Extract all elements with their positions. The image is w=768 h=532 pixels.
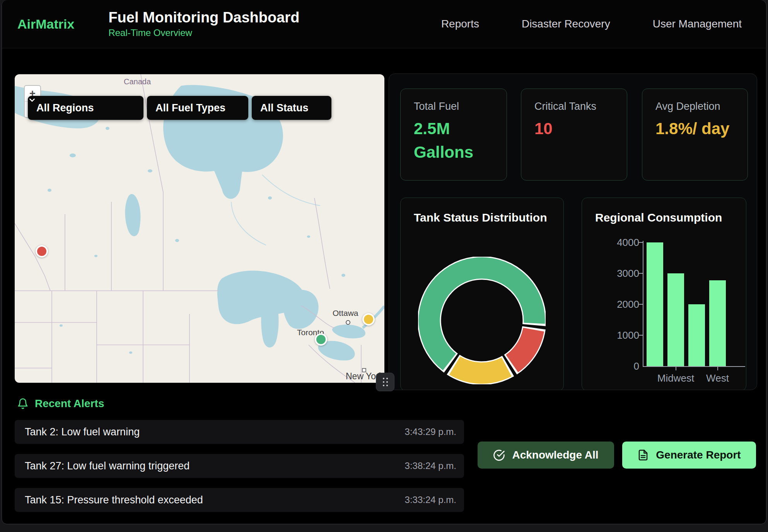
alert-time: 3:43:29 p.m. <box>405 426 456 437</box>
map-canvas[interactable]: Canada Ottawa Toronto New York + − All R… <box>15 74 384 383</box>
stat-label: Critical Tanks <box>534 101 627 113</box>
acknowledge-all-button[interactable]: Acknowledge All <box>478 442 614 469</box>
alerts-header: Recent Alerts <box>17 397 104 411</box>
map-card: Canada Ottawa Toronto New York + − All R… <box>15 74 384 383</box>
generate-report-label: Generate Report <box>656 449 741 461</box>
ottawa-poi-icon <box>346 320 350 325</box>
alert-time: 3:33:24 p.m. <box>405 494 456 505</box>
stat-value: 1.8%/ day <box>655 117 737 141</box>
check-circle-icon <box>493 449 505 461</box>
map-label-canada: Canada <box>124 77 151 86</box>
stat-label: Avg Depletion <box>655 101 748 113</box>
region-filter-value: All Regions <box>36 102 94 114</box>
alert-text: Tank 27: Low fuel warning triggered <box>25 460 189 472</box>
region-filter-select[interactable]: All Regions <box>28 96 143 120</box>
alert-row[interactable]: Tank 2: Low fuel warning 3:43:29 p.m. <box>15 420 464 444</box>
bar-chart: 01000200030004000MidwestWest <box>582 198 746 390</box>
drag-dots-icon <box>383 378 388 386</box>
generate-report-button[interactable]: Generate Report <box>622 442 756 469</box>
stat-label: Total Fuel <box>414 101 507 113</box>
app-header: AirMatrix Fuel Monitoring Dashboard Real… <box>2 0 766 48</box>
fuel-type-filter-select[interactable]: All Fuel Types <box>147 96 248 120</box>
status-filter-select[interactable]: All Status <box>252 96 331 120</box>
acknowledge-all-label: Acknowledge All <box>512 449 598 461</box>
donut-chart <box>418 257 546 384</box>
brand-logo[interactable]: AirMatrix <box>17 17 74 32</box>
main-nav: Reports Disaster Recovery User Managemen… <box>441 18 742 30</box>
stat-value: 10 <box>534 117 616 141</box>
page-title: Fuel Monitoring Dashboard <box>108 10 299 26</box>
alert-text: Tank 15: Pressure threshold exceeded <box>25 494 203 506</box>
map-filters: All Regions All Fuel Types All Status <box>28 96 331 120</box>
fuel-type-filter-value: All Fuel Types <box>155 102 225 114</box>
regional-consumption-chart-card: Regional Consumption 01000200030004000Mi… <box>582 198 746 390</box>
stat-card-total-fuel: Total Fuel 2.5M Gallons <box>400 89 507 181</box>
alert-row[interactable]: Tank 15: Pressure threshold exceeded 3:3… <box>15 488 464 512</box>
file-text-icon <box>637 449 649 461</box>
resize-handle[interactable] <box>376 373 394 391</box>
map-geography <box>15 74 384 383</box>
page-subtitle: Real-Time Overview <box>108 27 299 38</box>
alerts-title: Recent Alerts <box>35 397 104 410</box>
stat-card-critical-tanks: Critical Tanks 10 <box>521 89 627 181</box>
tank-marker-critical[interactable] <box>36 245 48 257</box>
stat-value: 2.5M Gallons <box>414 117 495 164</box>
alert-time: 3:38:24 p.m. <box>405 460 456 471</box>
chart-title: Tank Status Distribution <box>414 211 547 224</box>
alert-text: Tank 2: Low fuel warning <box>25 426 140 438</box>
title-block: Fuel Monitoring Dashboard Real-Time Over… <box>108 10 299 38</box>
alert-row[interactable]: Tank 27: Low fuel warning triggered 3:38… <box>15 454 464 478</box>
tank-status-chart-card: Tank Status Distribution <box>400 198 564 390</box>
tank-marker-normal[interactable] <box>315 333 327 346</box>
tank-marker-warning[interactable] <box>362 313 375 326</box>
bell-icon <box>17 398 29 409</box>
map-label-ottawa: Ottawa <box>333 309 358 318</box>
nav-item-reports[interactable]: Reports <box>441 18 479 30</box>
status-filter-value: All Status <box>260 102 309 114</box>
metrics-panel: Total Fuel 2.5M Gallons Critical Tanks 1… <box>389 73 757 390</box>
nav-item-disaster-recovery[interactable]: Disaster Recovery <box>522 18 610 30</box>
nav-item-user-management[interactable]: User Management <box>653 18 742 30</box>
stat-card-avg-depletion: Avg Depletion 1.8%/ day <box>642 89 748 181</box>
